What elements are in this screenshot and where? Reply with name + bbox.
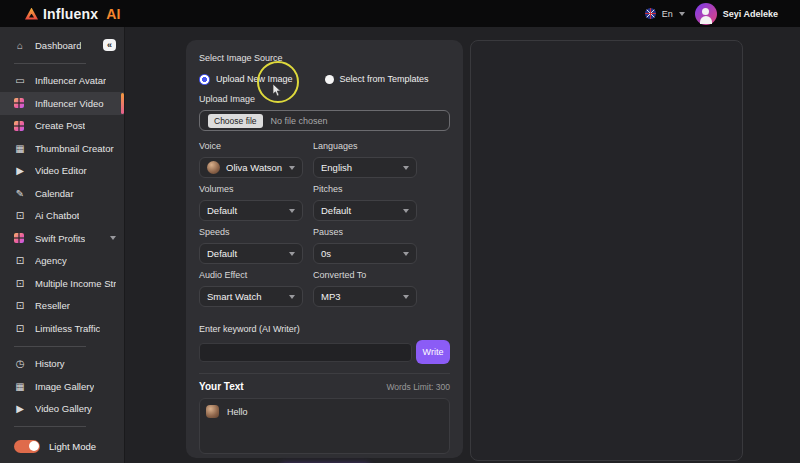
- chevron-down-icon: [289, 166, 295, 170]
- sidebar: ⌂ Dashboard « ▭ Influencer Avatar Influe…: [0, 27, 125, 463]
- file-input[interactable]: Choose file No file chosen: [199, 110, 450, 131]
- chevron-down-icon: [289, 295, 295, 299]
- image-icon: ▦: [14, 381, 26, 392]
- user-avatar[interactable]: [695, 3, 717, 25]
- bot-icon: ⊡: [14, 210, 26, 221]
- app-logo: Influenx AI: [25, 6, 120, 22]
- sidebar-collapse-button[interactable]: «: [103, 39, 116, 51]
- user-name: Seyi Adeleke: [723, 9, 778, 19]
- write-button[interactable]: Write: [416, 340, 450, 364]
- sidebar-item-influencer-avatar[interactable]: ▭ Influencer Avatar: [0, 70, 124, 93]
- sidebar-item-dashboard[interactable]: ⌂ Dashboard «: [0, 34, 124, 57]
- audio-effect-label: Audio Effect: [199, 270, 303, 281]
- audio-effect-select[interactable]: Smart Watch: [199, 286, 303, 307]
- uk-flag-icon: [645, 8, 656, 19]
- upload-image-label: Upload Image: [199, 94, 450, 105]
- chat-icon: ▭: [14, 75, 26, 86]
- video-icon: ▶: [14, 403, 26, 414]
- sidebar-item-limitless-traffic[interactable]: ⊡ Limitless Traffic: [0, 317, 124, 340]
- choose-file-button[interactable]: Choose file: [208, 114, 263, 128]
- volumes-label: Volumes: [199, 184, 303, 195]
- radio-upload-new-image[interactable]: [199, 74, 210, 85]
- bot-icon: ⊡: [14, 300, 26, 311]
- light-mode-toggle[interactable]: [14, 440, 40, 453]
- image-icon: ▦: [14, 143, 26, 154]
- voice-avatar: [206, 405, 219, 418]
- text-message: Hello: [227, 405, 248, 417]
- grid-icon: [14, 233, 24, 243]
- chevron-down-icon: [403, 166, 409, 170]
- bot-icon: ⊡: [14, 255, 26, 266]
- your-text-area[interactable]: Hello: [199, 398, 450, 454]
- pencil-icon: ✎: [14, 188, 26, 199]
- sidebar-item-calendar[interactable]: ✎ Calendar: [0, 182, 124, 205]
- keyword-input[interactable]: [199, 343, 412, 362]
- sidebar-item-image-gallery[interactable]: ▦ Image Gallery: [0, 375, 124, 398]
- radio-select-from-templates[interactable]: [325, 75, 334, 84]
- speeds-label: Speeds: [199, 227, 303, 238]
- sidebar-item-influencer-video[interactable]: Influencer Video: [0, 92, 124, 115]
- languages-label: Languages: [313, 141, 417, 152]
- sidebar-divider: [14, 346, 86, 347]
- languages-select[interactable]: English: [313, 157, 417, 178]
- sidebar-item-multiple-income-streams[interactable]: ⊡ Multiple Income Streams: [0, 272, 124, 295]
- your-text-title: Your Text: [199, 381, 244, 392]
- chevron-down-icon: [403, 295, 409, 299]
- light-mode-row: Light Mode: [0, 433, 124, 459]
- chevron-down-icon: [403, 252, 409, 256]
- sidebar-item-ai-chatbot[interactable]: ⊡ Ai Chatbot: [0, 205, 124, 228]
- sidebar-divider: [14, 426, 86, 427]
- chevron-down-icon[interactable]: [679, 12, 685, 16]
- voice-label: Voice: [199, 141, 303, 152]
- chevron-down-icon: [289, 209, 295, 213]
- app-window: Influenx AI En Seyi Adeleke ⌂ Dashboard …: [0, 0, 800, 463]
- sidebar-item-thumbnail-creator[interactable]: ▦ Thumbnail Creator: [0, 137, 124, 160]
- voice-avatar: [207, 161, 220, 174]
- grid-icon: [14, 121, 24, 131]
- influencer-video-form: Select Image Source Upload New Image Sel…: [186, 40, 463, 458]
- voice-settings-grid: Voice Oliva Watson Languages English Vol…: [199, 141, 450, 313]
- speeds-select[interactable]: Default: [199, 243, 303, 264]
- logo-triangle-icon: [25, 8, 38, 20]
- volumes-select[interactable]: Default: [199, 200, 303, 221]
- converted-to-label: Converted To: [313, 270, 417, 281]
- chevron-down-icon: [403, 209, 409, 213]
- video-preview-panel: [470, 40, 743, 461]
- history-icon: ◷: [14, 358, 26, 369]
- chevron-down-icon: [110, 236, 116, 240]
- chevron-down-icon: [289, 252, 295, 256]
- keyword-label: Enter keyword (AI Writer): [199, 324, 450, 335]
- words-limit: Words Limit: 300: [386, 382, 450, 392]
- home-icon: ⌂: [14, 40, 26, 51]
- sidebar-item-create-post[interactable]: Create Post: [0, 115, 124, 138]
- pitches-label: Pitches: [313, 184, 417, 195]
- sidebar-item-reseller[interactable]: ⊡ Reseller: [0, 295, 124, 318]
- sidebar-item-agency[interactable]: ⊡ Agency: [0, 250, 124, 273]
- light-mode-label: Light Mode: [49, 441, 96, 452]
- pauses-select[interactable]: 0s: [313, 243, 417, 264]
- logo-accent: AI: [106, 6, 120, 22]
- file-status-text: No file chosen: [271, 116, 328, 126]
- pitches-select[interactable]: Default: [313, 200, 417, 221]
- top-header: Influenx AI En Seyi Adeleke: [0, 0, 800, 27]
- bot-icon: ⊡: [14, 323, 26, 334]
- image-source-label: Select Image Source: [199, 53, 450, 64]
- video-icon: ▶: [14, 165, 26, 176]
- grid-icon: [14, 98, 24, 108]
- pauses-label: Pauses: [313, 227, 417, 238]
- sidebar-item-history[interactable]: ◷ History: [0, 353, 124, 376]
- logo-name: Influenx: [43, 6, 98, 22]
- sidebar-item-swift-profits[interactable]: Swift Profits: [0, 227, 124, 250]
- bot-icon: ⊡: [14, 278, 26, 289]
- language-selector[interactable]: En: [662, 9, 673, 19]
- sidebar-item-video-gallery[interactable]: ▶ Video Gallery: [0, 398, 124, 421]
- voice-select[interactable]: Oliva Watson: [199, 157, 303, 178]
- converted-to-select[interactable]: MP3: [313, 286, 417, 307]
- sidebar-item-video-editor[interactable]: ▶ Video Editor: [0, 160, 124, 183]
- sidebar-divider: [14, 63, 86, 64]
- image-source-options: Upload New Image Select from Templates: [199, 73, 450, 85]
